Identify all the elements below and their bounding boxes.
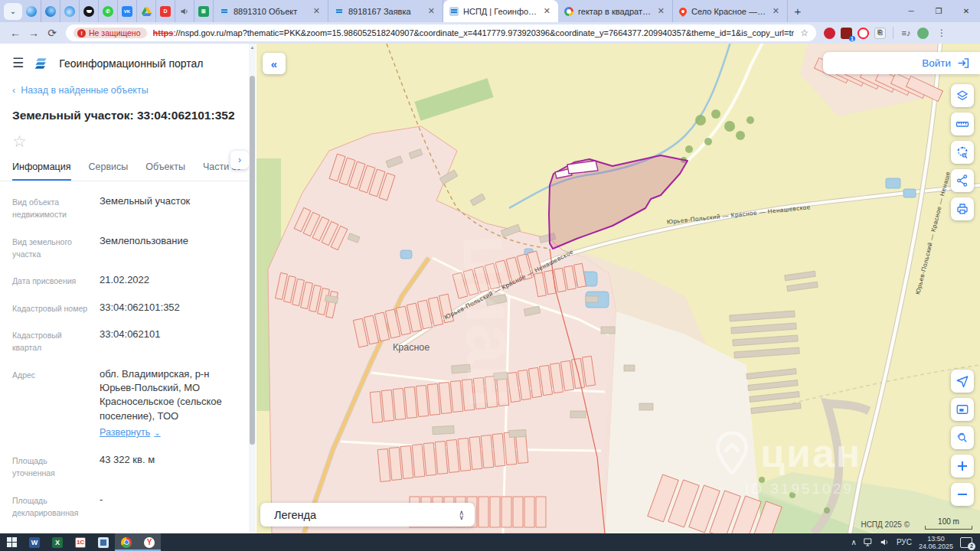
security-badge[interactable]: ! Не защищено xyxy=(74,28,147,38)
adguard-icon[interactable] xyxy=(917,28,929,39)
maximize-button[interactable]: ❐ xyxy=(925,0,952,22)
tab-close-icon[interactable]: ✕ xyxy=(426,6,436,16)
hidden-icons-chevron[interactable]: ∧ xyxy=(851,538,857,546)
tab-title: 8891310 Объект xyxy=(234,7,307,16)
pinned-tab-vk[interactable]: VK xyxy=(118,0,137,22)
start-button[interactable] xyxy=(0,533,23,551)
favorite-star-button[interactable]: ☆ xyxy=(12,133,244,149)
pinned-tab-browser-1[interactable] xyxy=(22,0,41,22)
not-secure-icon: ! xyxy=(77,29,86,37)
tab-search-chevron-icon[interactable]: ⌄ xyxy=(4,3,22,20)
back-to-results-link[interactable]: ‹ Назад в найденные объекты xyxy=(0,79,256,102)
address-bar[interactable]: ! Не защищено https://nspd.gov.ru/map?th… xyxy=(66,24,816,41)
notification-center-icon[interactable]: 2 xyxy=(960,537,972,548)
page-content: ☰ Геоинформационный портал ‹ Назад в най… xyxy=(0,44,980,533)
shield-extension-icon[interactable] xyxy=(824,28,835,39)
sidebar-scrollbar[interactable]: ▲ xyxy=(249,44,256,533)
field-row: Площадь уточненная43 322 кв. м xyxy=(12,453,244,480)
pinned-tab-drive[interactable] xyxy=(137,0,156,22)
pinned-tab-browser-2[interactable] xyxy=(41,0,60,22)
clock[interactable]: 13:50 24.06.2025 xyxy=(919,535,953,550)
map-canvas[interactable]: циан Красное Юрьев-Польский — Красное — … xyxy=(256,44,980,533)
tab-request-8918167[interactable]: 8918167 Заявка ✕ xyxy=(328,0,443,22)
address-value: обл. Владимирская, р-н Юрьев-Польский, М… xyxy=(100,368,222,422)
reading-list-icon[interactable]: ≡♪ xyxy=(900,28,912,39)
pinned-tab-browser-3[interactable] xyxy=(60,0,80,22)
tab-title: 8918167 Заявка xyxy=(348,7,422,16)
extension-badge: 1 xyxy=(849,36,855,41)
overview-map-button[interactable] xyxy=(951,398,974,421)
scrollbar-thumb[interactable] xyxy=(250,76,255,445)
menu-icon[interactable]: ☰ xyxy=(12,55,24,71)
scrollbar-up-icon[interactable]: ▲ xyxy=(249,44,256,50)
taskbar-yandex[interactable]: Y xyxy=(138,533,161,551)
chevron-down-icon: ⌄ xyxy=(154,428,160,439)
field-row: Кадастровый номер33:04:062101:352 xyxy=(12,301,244,315)
opera-extension-icon[interactable] xyxy=(858,28,869,39)
browser-menu-icon[interactable]: ⋮ xyxy=(937,28,947,38)
expand-address-link[interactable]: Развернуть⌄ xyxy=(100,426,161,440)
new-tab-button[interactable]: + xyxy=(788,2,808,21)
taskbar-word[interactable]: W xyxy=(23,533,46,551)
print-button[interactable] xyxy=(951,197,974,220)
tab-close-icon[interactable]: ✕ xyxy=(771,6,781,16)
field-row: Дата присвоения21.02.2022 xyxy=(12,273,244,287)
browser-blue-icon xyxy=(64,6,75,17)
extension-icon[interactable]: 1 xyxy=(841,28,852,39)
network-icon[interactable] xyxy=(864,538,874,546)
volume-icon[interactable] xyxy=(880,538,890,546)
sidebar-header: ☰ Геоинформационный портал xyxy=(0,44,256,79)
taskbar-app[interactable] xyxy=(92,533,115,551)
tab-nspd-active[interactable]: НСПД | Геоинформационный ✕ xyxy=(443,0,558,22)
legend-bar[interactable]: Легенда ∧ ∨ xyxy=(260,503,475,527)
pinned-tab-audio[interactable] xyxy=(175,0,194,22)
tab-services[interactable]: Сервисы xyxy=(89,161,129,181)
legend-toggle-icon[interactable]: ∧ ∨ xyxy=(459,510,464,520)
reload-button[interactable]: ⟳ xyxy=(43,24,61,42)
pinned-tab-dark-app[interactable] xyxy=(80,0,99,22)
clipboard-extension-icon[interactable]: ⎘ xyxy=(874,28,886,39)
pinned-tab-sheets[interactable]: ⊞ xyxy=(194,0,214,22)
search-location-button[interactable] xyxy=(951,426,974,449)
share-button[interactable] xyxy=(951,169,974,192)
login-button[interactable]: Войти xyxy=(922,57,951,69)
tab-object-8891310[interactable]: 8891310 Объект ✕ xyxy=(214,0,328,22)
tab-google-search[interactable]: гектар в квадрат метр - Поиск ✕ xyxy=(558,0,673,22)
nspd-favicon xyxy=(220,7,229,16)
bookmark-star-icon[interactable]: ☆ xyxy=(794,28,808,38)
tabs-scroll-right-button[interactable]: › xyxy=(230,151,249,169)
map-watermark-faint: циан xyxy=(448,233,535,409)
tab-close-icon[interactable]: ✕ xyxy=(656,6,666,16)
layers-button[interactable] xyxy=(951,84,974,107)
tab-yandex-maps[interactable]: Село Красное — Яндекс Карт ✕ xyxy=(673,0,788,22)
minimize-button[interactable]: ─ xyxy=(897,0,925,22)
forward-button[interactable]: → xyxy=(24,24,43,42)
zoom-out-button[interactable] xyxy=(951,483,974,506)
field-row: Площадь декларированная- xyxy=(12,493,244,520)
locate-button[interactable] xyxy=(951,370,974,393)
map-area: циан Красное Юрьев-Польский — Красное — … xyxy=(256,44,980,533)
pinned-tab-dzen[interactable]: D xyxy=(156,0,175,22)
tab-close-icon[interactable]: ✕ xyxy=(312,6,322,16)
tab-objects[interactable]: Объекты xyxy=(145,161,185,181)
info-sidebar: ☰ Геоинформационный портал ‹ Назад в най… xyxy=(0,44,256,533)
parcel-fields: Вид объекта недвижимостиЗемельный участо… xyxy=(0,181,256,533)
taskbar-1c[interactable]: 1С xyxy=(69,533,92,551)
parcel-title: Земельный участок: 33:04:062101:352 xyxy=(0,102,256,122)
select-area-button[interactable] xyxy=(951,141,974,164)
pinned-tab-whatsapp[interactable]: ✆ xyxy=(99,0,118,22)
close-button[interactable]: ✕ xyxy=(952,0,980,22)
taskbar-chrome[interactable] xyxy=(115,533,138,551)
tab-information[interactable]: Информация xyxy=(12,161,71,181)
tab-close-icon[interactable]: ✕ xyxy=(542,6,552,16)
ruler-button[interactable] xyxy=(951,112,974,135)
field-row: Вид земельного участкаЗемлепользование xyxy=(12,234,244,261)
zoom-in-button[interactable] xyxy=(951,455,974,478)
tab-title: гектар в квадрат метр - Поиск xyxy=(578,7,652,16)
field-row: Кадастровый квартал33:04:062101 xyxy=(12,328,244,354)
taskbar-excel[interactable]: X xyxy=(46,533,69,551)
sidebar-collapse-button[interactable]: « xyxy=(263,53,286,74)
google-drive-icon xyxy=(142,7,152,16)
back-button[interactable]: ← xyxy=(6,24,24,42)
language-indicator[interactable]: РУС xyxy=(897,538,912,546)
